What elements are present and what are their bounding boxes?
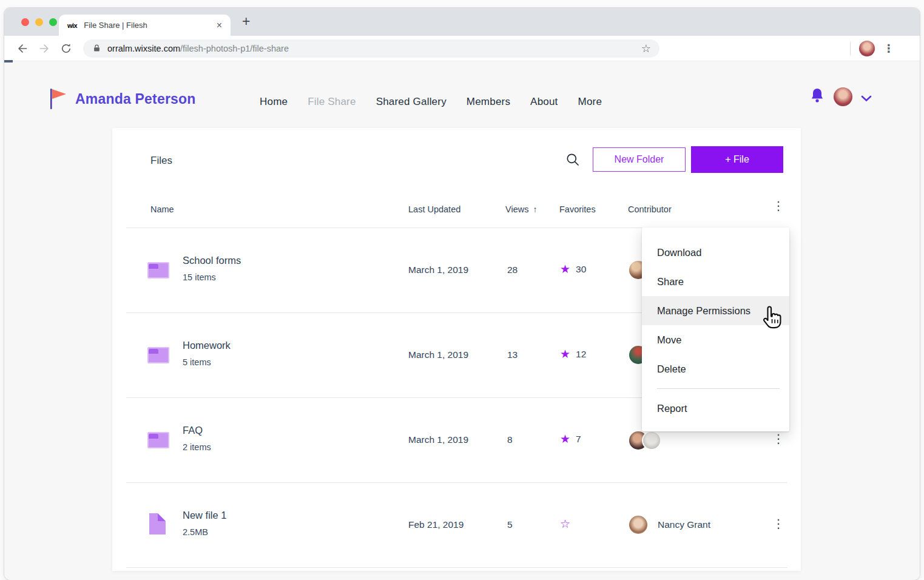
reload-icon[interactable]: [60, 42, 72, 55]
add-file-button[interactable]: + File: [691, 146, 783, 173]
contributor-avatar: [629, 516, 647, 534]
file-name: New file 1: [183, 508, 226, 522]
context-menu-item-report[interactable]: Report: [642, 394, 789, 423]
url-host: orralm.wixsite.com: [107, 44, 180, 53]
column-header[interactable]: Views↑: [505, 204, 537, 214]
header-actions-kebab-icon[interactable]: ⋮: [772, 198, 784, 213]
favorites-cell: ☆: [560, 517, 576, 531]
new-folder-button[interactable]: New Folder: [593, 147, 686, 172]
folder-icon: [147, 262, 169, 278]
notifications-bell-icon[interactable]: [810, 88, 825, 104]
browser-window: wix File Share | Filesh × +: [4, 8, 920, 580]
views-count: 13: [507, 349, 518, 360]
favorites-cell: ★ 12: [560, 347, 586, 362]
site-logo[interactable]: Amanda Peterson: [49, 87, 196, 110]
column-header[interactable]: Contributor: [628, 204, 676, 214]
browser-profile-avatar[interactable]: [859, 41, 875, 56]
pointer-cursor-icon: [761, 305, 784, 331]
wix-favicon: wix: [67, 22, 77, 29]
file-name-cell: FAQ 2 items: [183, 423, 211, 453]
contributor-avatar: [642, 431, 661, 450]
nav-item-more[interactable]: More: [578, 96, 602, 108]
row-actions-kebab-icon[interactable]: ⋮: [772, 516, 784, 531]
contributor-name: Nancy Grant: [658, 519, 710, 530]
favorites-cell: ★ 30: [560, 262, 586, 277]
tab-close-icon[interactable]: ×: [217, 20, 222, 31]
page-content: Amanda Peterson HomeFile ShareShared Gal…: [4, 61, 920, 580]
last-updated: March 1, 2019: [408, 434, 468, 445]
file-name: School forms: [183, 254, 241, 267]
window-close-button[interactable]: [21, 18, 29, 26]
views-count: 28: [507, 265, 518, 275]
back-icon[interactable]: [16, 42, 29, 55]
browser-tab-strip: wix File Share | Filesh × +: [4, 8, 920, 36]
chevron-down-icon[interactable]: [861, 93, 872, 100]
views-count: 5: [507, 519, 513, 530]
file-meta: 2.5MB: [183, 527, 226, 538]
favorite-star-icon[interactable]: ★: [560, 432, 570, 447]
nav-item-file-share[interactable]: File Share: [308, 96, 356, 108]
column-header[interactable]: Name: [150, 204, 178, 214]
file-meta: 15 items: [183, 272, 241, 283]
context-menu-item-delete[interactable]: Delete: [642, 354, 789, 383]
favorite-star-icon[interactable]: ★: [560, 347, 570, 362]
folder-icon: [147, 347, 169, 363]
contributor-cell: [629, 431, 661, 450]
file-name-cell: New file 1 2.5MB: [183, 508, 226, 538]
favorites-count: 30: [576, 264, 586, 275]
panel-title: Files: [150, 155, 172, 167]
screenshot-root: wix File Share | Filesh × +: [0, 0, 924, 580]
favorites-count: 7: [576, 434, 581, 445]
browser-toolbar: orralm.wixsite.com/filesh-photosh-p1/fil…: [4, 36, 920, 61]
nav-item-home[interactable]: Home: [260, 96, 288, 108]
context-menu: DownloadShareManage PermissionsMoveDelet…: [642, 228, 789, 431]
window-zoom-button[interactable]: [49, 18, 57, 26]
menu-divider: [657, 388, 780, 389]
browser-tab[interactable]: wix File Share | Filesh ×: [59, 15, 231, 36]
flag-icon: [49, 87, 69, 110]
column-header[interactable]: Favorites: [559, 204, 600, 214]
file-name: FAQ: [183, 423, 211, 437]
file-name-cell: Homework 5 items: [183, 339, 231, 368]
file-meta: 2 items: [183, 442, 211, 453]
contributor-cell: Nancy Grant: [629, 516, 710, 534]
views-count: 8: [507, 434, 513, 445]
forward-icon[interactable]: [38, 42, 50, 55]
context-menu-item-download[interactable]: Download: [642, 238, 789, 267]
member-avatar[interactable]: [834, 87, 852, 106]
favorites-cell: ★ 7: [560, 432, 581, 447]
row-actions-kebab-icon[interactable]: ⋮: [772, 431, 784, 446]
lock-icon: [92, 44, 101, 53]
file-name: Homework: [183, 339, 231, 352]
file-meta: 5 items: [183, 357, 231, 368]
last-updated: March 1, 2019: [408, 265, 468, 275]
tab-title: File Share | Filesh: [84, 21, 216, 30]
toolbar-divider: [850, 42, 851, 55]
favorite-star-icon[interactable]: ☆: [560, 517, 570, 531]
window-controls: [21, 18, 57, 26]
favorite-star-icon[interactable]: ★: [560, 262, 570, 277]
context-menu-item-share[interactable]: Share: [642, 267, 789, 296]
file-name-cell: School forms 15 items: [183, 254, 241, 283]
address-bar[interactable]: orralm.wixsite.com/filesh-photosh-p1/fil…: [83, 39, 659, 58]
file-row[interactable]: New file 1 2.5MB Feb 21, 2019 5 ☆ Nancy …: [112, 482, 801, 567]
last-updated: March 1, 2019: [408, 349, 468, 360]
bookmark-star-icon[interactable]: ☆: [641, 43, 651, 54]
site-nav: HomeFile ShareShared GalleryMembersAbout…: [260, 96, 602, 108]
last-updated: Feb 21, 2019: [408, 519, 464, 530]
row-separator: [126, 567, 787, 568]
new-tab-button[interactable]: +: [242, 13, 250, 30]
favorites-count: 12: [576, 349, 586, 360]
nav-item-about[interactable]: About: [530, 96, 558, 108]
browser-menu-kebab-icon[interactable]: ⋮: [883, 42, 894, 55]
file-icon: [149, 513, 166, 534]
nav-item-shared-gallery[interactable]: Shared Gallery: [376, 96, 447, 108]
site-brand-name: Amanda Peterson: [75, 91, 196, 107]
window-minimize-button[interactable]: [35, 18, 43, 26]
column-header[interactable]: Last Updated: [408, 204, 465, 214]
search-icon[interactable]: [566, 153, 579, 166]
page-load-indicator: [4, 60, 13, 62]
url-path: /filesh-photosh-p1/file-share: [180, 44, 289, 53]
folder-icon: [147, 432, 169, 448]
nav-item-members[interactable]: Members: [467, 96, 510, 108]
